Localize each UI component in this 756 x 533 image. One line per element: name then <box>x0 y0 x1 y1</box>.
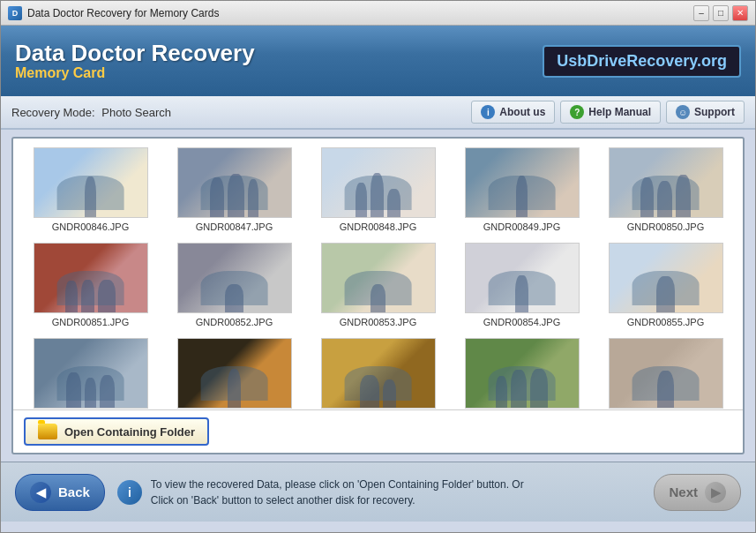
photo-item[interactable]: GNDR00848.JPG <box>310 147 446 232</box>
help-icon: ? <box>570 105 584 119</box>
photo-thumbnail <box>34 338 148 409</box>
brand-text: UsbDriveRecovery.org <box>557 52 727 70</box>
title-bar-left: D Data Doctor Recovery for Memory Cards <box>8 6 219 20</box>
recovery-mode-label: Recovery Mode: Photo Search <box>11 106 171 119</box>
photo-label: GNDR00850.JPG <box>627 221 704 232</box>
info-circle-icon: i <box>117 480 142 505</box>
about-button[interactable]: i About us <box>471 101 555 124</box>
photo-thumbnail <box>177 147 292 218</box>
open-containing-folder-button[interactable]: Open Containing Folder <box>24 417 209 446</box>
close-button[interactable]: ✕ <box>732 5 748 21</box>
photo-label: GNDR00849.JPG <box>483 221 560 232</box>
photo-label: GNDR00847.JPG <box>196 221 273 232</box>
next-arrow-icon: ▶ <box>705 482 726 503</box>
folder-bar: Open Containing Folder <box>13 409 743 453</box>
photo-thumbnail <box>321 243 436 313</box>
photo-thumbnail <box>321 338 436 409</box>
photo-item[interactable]: GNDR00852.JPG <box>166 243 303 327</box>
photo-thumbnail <box>34 243 148 313</box>
photo-grid-inner: GNDR00846.JPGGNDR00847.JPGGNDR00848.JPGG… <box>22 147 734 409</box>
back-arrow-icon: ◀ <box>30 482 51 503</box>
photo-thumbnail <box>609 243 723 313</box>
title-bar-controls: – □ ✕ <box>693 5 748 21</box>
photo-item[interactable]: GNDR00853.JPG <box>310 243 446 327</box>
photo-item[interactable]: GNDR00850.JPG <box>597 147 734 232</box>
photo-item[interactable]: GNDR00860.JPG <box>597 338 734 409</box>
photo-item[interactable]: GNDR00851.JPG <box>22 243 159 327</box>
minimize-button[interactable]: – <box>693 5 709 21</box>
photo-thumbnail <box>465 147 580 218</box>
header-logo: Data Doctor Recovery Memory Card <box>15 41 255 82</box>
photo-label: GNDR00851.JPG <box>52 317 129 327</box>
toolbar: Recovery Mode: Photo Search i About us ?… <box>1 96 755 130</box>
photo-item[interactable]: GNDR00856.JPG <box>22 338 159 409</box>
title-bar: D Data Doctor Recovery for Memory Cards … <box>1 1 755 26</box>
photo-item[interactable]: GNDR00854.JPG <box>453 243 590 327</box>
photo-label: GNDR00848.JPG <box>340 221 416 232</box>
back-button[interactable]: ◀ Back <box>15 474 105 511</box>
header: Data Doctor Recovery Memory Card UsbDriv… <box>1 26 755 96</box>
photo-label: GNDR00855.JPG <box>627 317 704 327</box>
bottom-bar: ◀ Back i To view the recovered Data, ple… <box>1 462 755 522</box>
info-section: i To view the recovered Data, please cli… <box>117 477 642 508</box>
photo-label: GNDR00846.JPG <box>52 221 129 232</box>
help-button[interactable]: ? Help Manual <box>560 101 661 124</box>
photo-thumbnail <box>177 338 292 409</box>
photo-thumbnail <box>321 147 436 218</box>
photo-item[interactable]: GNDR00855.JPG <box>597 243 734 327</box>
photo-item[interactable]: GNDR00859.JPG <box>453 338 590 409</box>
photo-label: GNDR00852.JPG <box>196 317 273 327</box>
photo-label: GNDR00853.JPG <box>340 317 416 327</box>
app-icon: D <box>8 6 22 20</box>
nav-buttons: i About us ? Help Manual ☺ Support <box>471 101 745 124</box>
restore-button[interactable]: □ <box>713 5 729 21</box>
info-icon: i <box>481 105 495 119</box>
header-brand[interactable]: UsbDriveRecovery.org <box>543 45 741 78</box>
photo-item[interactable]: GNDR00847.JPG <box>166 147 303 232</box>
photo-label: GNDR00854.JPG <box>483 317 560 327</box>
support-button[interactable]: ☺ Support <box>666 101 745 124</box>
photo-item[interactable]: GNDR00849.JPG <box>453 147 590 232</box>
photo-item[interactable]: GNDR00846.JPG <box>22 147 159 232</box>
window-title: Data Doctor Recovery for Memory Cards <box>27 7 219 19</box>
photo-thumbnail <box>465 338 580 409</box>
folder-icon <box>38 424 57 439</box>
photo-thumbnail <box>177 243 292 313</box>
main-panel: GNDR00846.JPGGNDR00847.JPGGNDR00848.JPGG… <box>11 137 745 454</box>
logo-title: Data Doctor Recovery <box>15 41 255 66</box>
photo-thumbnail <box>34 147 148 218</box>
photo-thumbnail <box>609 338 723 409</box>
logo-subtitle: Memory Card <box>15 65 255 81</box>
photo-grid[interactable]: GNDR00846.JPGGNDR00847.JPGGNDR00848.JPGG… <box>13 139 743 409</box>
photo-thumbnail <box>609 147 723 218</box>
next-button[interactable]: Next ▶ <box>654 474 741 511</box>
person-icon: ☺ <box>676 105 690 119</box>
photo-item[interactable]: GNDR00858.JPG <box>310 338 446 409</box>
info-text: To view the recovered Data, please click… <box>151 477 524 508</box>
photo-item[interactable]: GNDR00857.JPG <box>166 338 303 409</box>
photo-thumbnail <box>465 243 580 313</box>
